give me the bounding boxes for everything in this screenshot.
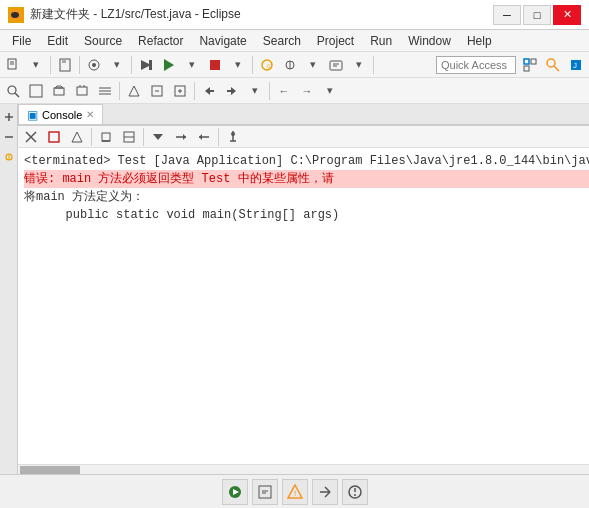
title-bar-left: 新建文件夹 - LZ1/src/Test.java - Eclipse <box>8 6 241 23</box>
svg-marker-57 <box>153 134 163 140</box>
info-line: 将main 方法定义为： <box>24 188 589 206</box>
run-dropdown[interactable]: ▾ <box>181 54 203 76</box>
console-toolbar: ▾ ─ □ <box>18 126 589 148</box>
left-btn-3[interactable] <box>0 148 18 166</box>
quick-access-input[interactable] <box>436 56 516 74</box>
left-panel <box>0 104 18 474</box>
svg-point-8 <box>92 63 96 67</box>
tb2-sep-2 <box>194 82 195 100</box>
bb-btn-5[interactable] <box>342 479 368 505</box>
svg-marker-59 <box>183 134 186 140</box>
ct-btn-6[interactable] <box>147 126 169 148</box>
toolbar-main: ▾ ▾ ▾ ▾ ☼ ▾ ▾ <box>0 52 589 78</box>
menu-search[interactable]: Search <box>255 30 309 52</box>
ct-btn-clear[interactable] <box>20 126 42 148</box>
bb-btn-2[interactable] <box>252 479 278 505</box>
tb2-btn-2[interactable] <box>25 80 47 102</box>
menu-help[interactable]: Help <box>459 30 500 52</box>
console-tab[interactable]: ▣ Console ✕ <box>18 104 103 124</box>
svg-marker-11 <box>164 59 174 71</box>
maximize-button[interactable]: □ <box>523 5 551 25</box>
h-scrollbar[interactable] <box>18 464 589 474</box>
tb2-btn-6[interactable] <box>123 80 145 102</box>
tb2-btn-7[interactable] <box>146 80 168 102</box>
toolbar-btn-5[interactable]: ☼ <box>256 54 278 76</box>
debug-button[interactable] <box>135 54 157 76</box>
ct-btn-2[interactable] <box>43 126 65 148</box>
save-button[interactable] <box>54 54 76 76</box>
tb2-prev[interactable]: ← <box>273 80 295 102</box>
window-controls: ─ □ ✕ <box>493 5 581 25</box>
ct-btn-5[interactable] <box>118 126 140 148</box>
svg-line-28 <box>15 93 19 97</box>
tb2-sep-1 <box>119 82 120 100</box>
close-button[interactable]: ✕ <box>553 5 581 25</box>
bottom-bar: ! <box>0 474 589 508</box>
code-line: public static void main(String[] args) <box>24 206 589 224</box>
tb2-nxt-dropdown[interactable]: ▾ <box>319 80 341 102</box>
stop-button[interactable] <box>204 54 226 76</box>
toolbar-btn-7[interactable]: ▾ <box>302 54 324 76</box>
tb2-btn-3[interactable] <box>48 80 70 102</box>
toolbar-btn-6[interactable] <box>279 54 301 76</box>
left-btn-1[interactable] <box>0 108 18 126</box>
toolbar-sep-5 <box>373 56 374 74</box>
menu-project[interactable]: Project <box>309 30 362 52</box>
tb2-dropdown[interactable]: ▾ <box>244 80 266 102</box>
run-button[interactable] <box>158 54 180 76</box>
qa-btn-3[interactable]: J <box>565 54 587 76</box>
ct-btn-scroll-lock[interactable] <box>95 126 117 148</box>
tb2-next[interactable]: → <box>296 80 318 102</box>
terminated-line: <terminated> Test [Java Application] C:\… <box>24 152 589 170</box>
qa-btn-1[interactable] <box>519 54 541 76</box>
svg-text:!: ! <box>294 489 296 498</box>
menu-file[interactable]: File <box>4 30 39 52</box>
svg-rect-12 <box>210 60 220 70</box>
svg-line-24 <box>554 66 559 71</box>
h-scrollbar-thumb[interactable] <box>20 466 80 474</box>
toolbar-btn-8[interactable] <box>325 54 347 76</box>
svg-rect-83 <box>259 486 271 498</box>
menu-navigate[interactable]: Navigate <box>191 30 254 52</box>
tb2-btn-1[interactable] <box>2 80 24 102</box>
stop-dropdown[interactable]: ▾ <box>227 54 249 76</box>
bb-btn-3[interactable]: ! <box>282 479 308 505</box>
bb-btn-4[interactable] <box>312 479 338 505</box>
ct-btn-8[interactable] <box>193 126 215 148</box>
svg-text:J: J <box>573 61 577 70</box>
toolbar-btn-9[interactable]: ▾ <box>348 54 370 76</box>
svg-point-1 <box>11 12 19 18</box>
svg-rect-20 <box>524 59 529 64</box>
svg-rect-29 <box>30 85 42 97</box>
menu-run[interactable]: Run <box>362 30 400 52</box>
error-line: 错误: main 方法必须返回类型 Test 中的某些属性，请 <box>24 170 589 188</box>
menu-window[interactable]: Window <box>400 30 459 52</box>
tb2-forward[interactable] <box>221 80 243 102</box>
new-dropdown[interactable]: ▾ <box>25 54 47 76</box>
window-title: 新建文件夹 - LZ1/src/Test.java - Eclipse <box>30 6 241 23</box>
tb2-btn-4[interactable] <box>71 80 93 102</box>
bb-btn-1[interactable] <box>222 479 248 505</box>
qa-btn-2[interactable] <box>542 54 564 76</box>
toolbar-sep-2 <box>79 56 80 74</box>
console-tabs: ▣ Console ✕ <box>18 104 589 126</box>
ct-btn-3[interactable] <box>66 126 88 148</box>
tb2-btn-8[interactable] <box>169 80 191 102</box>
svg-marker-61 <box>199 134 202 140</box>
left-btn-2[interactable] <box>0 128 18 146</box>
menu-source[interactable]: Source <box>76 30 130 52</box>
new-button[interactable] <box>2 54 24 76</box>
minimize-button[interactable]: ─ <box>493 5 521 25</box>
console-tab-label: Console <box>42 109 82 121</box>
tb2-back[interactable] <box>198 80 220 102</box>
tb2-btn-5[interactable] <box>94 80 116 102</box>
console-body: <terminated> Test [Java Application] C:\… <box>18 148 589 464</box>
print-dropdown[interactable]: ▾ <box>106 54 128 76</box>
menu-refactor[interactable]: Refactor <box>130 30 191 52</box>
console-content: <terminated> Test [Java Application] C:\… <box>18 148 589 464</box>
ct-btn-7[interactable] <box>170 126 192 148</box>
menu-edit[interactable]: Edit <box>39 30 76 52</box>
ct-sep-3 <box>218 128 219 146</box>
ct-pin[interactable] <box>222 126 244 148</box>
print-button[interactable] <box>83 54 105 76</box>
